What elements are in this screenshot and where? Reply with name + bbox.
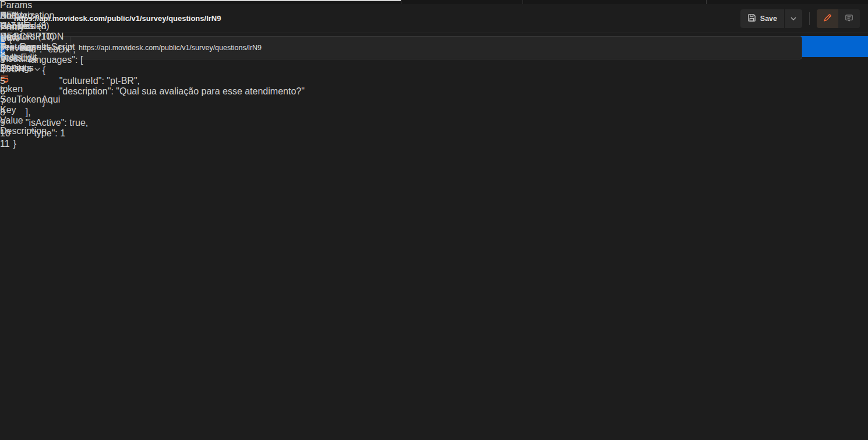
code-line: 5"cultureId": "pt-BR", bbox=[0, 76, 305, 86]
line-number: 10 bbox=[0, 128, 10, 138]
edit-request-button[interactable] bbox=[817, 9, 838, 28]
tab-separator bbox=[401, 0, 401, 4]
view-tab-pretty[interactable]: Pretty bbox=[0, 22, 37, 33]
line-number: 2 bbox=[0, 44, 5, 54]
top-tab-strip bbox=[0, 0, 868, 4]
save-icon bbox=[747, 13, 756, 24]
code-lines: 1{2"id": "ebDx",3"languages": [4{5"cultu… bbox=[0, 34, 305, 149]
save-button[interactable]: Save bbox=[740, 9, 784, 28]
pencil-icon bbox=[823, 13, 832, 24]
postman-window: https://api.movidesk.com/public/v1/surve… bbox=[0, 0, 868, 440]
actions-divider bbox=[809, 12, 810, 25]
line-number: 4 bbox=[0, 65, 5, 75]
line-number: 7 bbox=[0, 97, 5, 107]
tab-params[interactable]: Params bbox=[0, 0, 75, 10]
code-line: 10"type": 1 bbox=[0, 128, 305, 139]
line-number: 5 bbox=[0, 76, 5, 86]
code-line: 4{ bbox=[0, 65, 305, 76]
code-line: 2"id": "ebDx", bbox=[0, 44, 305, 55]
title-actions: Save bbox=[740, 9, 860, 28]
tab-separator bbox=[706, 0, 707, 4]
line-number: 9 bbox=[0, 118, 5, 128]
comments-button[interactable] bbox=[838, 9, 860, 28]
tab-separator bbox=[523, 0, 523, 4]
code-line: 3"languages": [ bbox=[0, 55, 305, 65]
code-line: 11} bbox=[0, 139, 305, 149]
edit-comment-group bbox=[817, 9, 860, 28]
response-body-viewer[interactable]: 1{2"id": "ebDx",3"languages": [4{5"cultu… bbox=[0, 34, 305, 346]
line-number: 11 bbox=[0, 139, 10, 149]
line-number: 6 bbox=[0, 86, 5, 96]
code-line: 9"isActive": true, bbox=[0, 118, 305, 128]
code-line: 7} bbox=[0, 97, 305, 107]
scrollbar-marker[interactable] bbox=[0, 149, 305, 168]
request-title-bar: https://api.movidesk.com/public/v1/surve… bbox=[0, 4, 868, 33]
code-line: 8], bbox=[0, 107, 305, 118]
save-options-button[interactable] bbox=[784, 9, 802, 28]
indent-guide bbox=[0, 189, 305, 283]
scrollbar-marker[interactable] bbox=[0, 168, 305, 189]
indent-guide bbox=[0, 283, 305, 325]
response-tab-body[interactable]: Body bbox=[0, 10, 54, 21]
indent-guide bbox=[0, 325, 305, 346]
comment-icon bbox=[845, 13, 853, 24]
code-line: 1{ bbox=[0, 34, 305, 44]
save-button-label: Save bbox=[760, 15, 777, 23]
line-number: 3 bbox=[0, 55, 5, 65]
code-line: 6"description": "Qual sua avaliação para… bbox=[0, 86, 305, 97]
line-number: 8 bbox=[0, 107, 5, 117]
save-button-group: Save bbox=[740, 9, 802, 28]
line-number: 1 bbox=[0, 34, 5, 44]
